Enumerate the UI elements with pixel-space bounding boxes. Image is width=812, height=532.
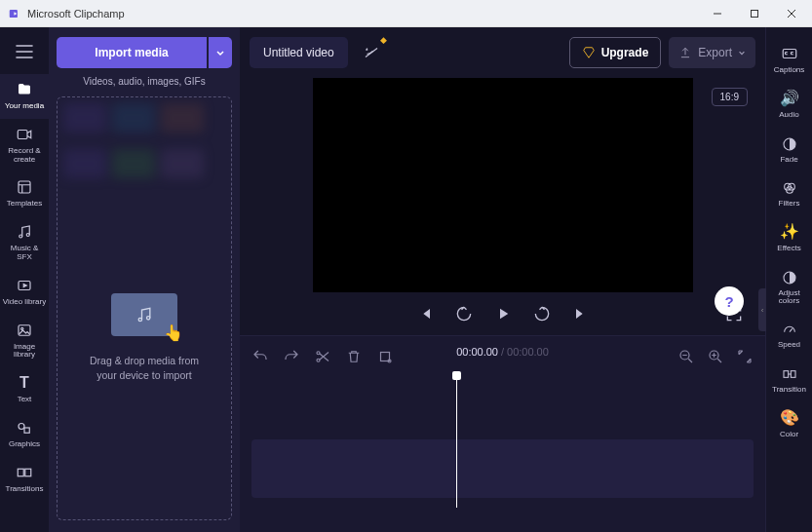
chevron-down-icon: [215, 48, 225, 57]
export-button[interactable]: Export: [669, 37, 755, 68]
redo-button[interactable]: [283, 348, 300, 365]
nav-label: Image library: [2, 343, 47, 361]
rnav-label: Captions: [774, 66, 805, 74]
svg-rect-10: [24, 428, 29, 433]
menu-button[interactable]: [8, 35, 41, 68]
timeline-ruler[interactable]: [251, 373, 754, 391]
export-label: Export: [698, 46, 732, 59]
nav-graphics[interactable]: Graphics: [0, 412, 49, 457]
svg-rect-2: [18, 130, 27, 138]
music-icon: [135, 305, 154, 324]
dropzone-preview-blur: [58, 97, 231, 195]
undo-button[interactable]: [251, 348, 269, 365]
upgrade-button[interactable]: Upgrade: [569, 37, 662, 68]
rnav-audio[interactable]: 🔊 Audio: [766, 83, 813, 128]
window-maximize-button[interactable]: [736, 1, 773, 26]
playhead[interactable]: [456, 375, 457, 508]
dropzone-text: Drag & drop media from your device to im…: [76, 354, 213, 381]
palette-icon: 🎨: [780, 410, 799, 427]
nav-music-sfx[interactable]: Music & SFX: [0, 216, 49, 270]
upload-icon: [678, 46, 692, 59]
import-media-button[interactable]: Import media: [57, 37, 207, 68]
skip-end-button[interactable]: [571, 304, 591, 323]
collapse-right-panel-button[interactable]: ‹: [758, 288, 766, 331]
gauge-icon: [782, 322, 797, 337]
project-title-input[interactable]: Untitled video: [250, 37, 348, 68]
nav-label: Music & SFX: [2, 245, 47, 262]
video-canvas[interactable]: [313, 78, 693, 292]
skip-start-button[interactable]: [415, 304, 435, 323]
nav-label: Video library: [3, 298, 46, 307]
step-back-button[interactable]: [454, 304, 474, 323]
nav-transitions[interactable]: Transitions: [0, 457, 49, 502]
window-close-button[interactable]: [773, 1, 810, 26]
nav-record-create[interactable]: Record & create: [0, 119, 49, 172]
window-titlebar: Microsoft Clipchamp: [0, 0, 812, 27]
rnav-fade[interactable]: Fade: [766, 129, 813, 172]
captions-icon: [781, 45, 798, 62]
svg-rect-3: [19, 181, 30, 193]
svg-point-13: [138, 319, 141, 322]
chevron-down-icon: [738, 49, 746, 57]
dropzone-thumb: 👆: [111, 293, 177, 336]
timeline-timecode: 00:00.00/00:00.00: [456, 346, 549, 358]
play-button[interactable]: [493, 304, 513, 323]
step-forward-button[interactable]: [532, 304, 552, 323]
delete-button[interactable]: [345, 348, 363, 365]
rnav-label: Effects: [777, 245, 800, 252]
nav-video-library[interactable]: Video library: [0, 270, 49, 315]
main-area: Untitled video ◆ Upgrade Export 16:9: [240, 27, 765, 532]
rnav-label: Filters: [779, 200, 800, 208]
nav-templates[interactable]: Templates: [0, 171, 49, 216]
nav-your-media[interactable]: Your media: [0, 74, 49, 119]
right-sidebar: Captions 🔊 Audio Fade Filters ✨ Effects …: [765, 27, 812, 532]
svg-point-5: [26, 234, 29, 237]
magic-enhance-button[interactable]: ◆: [356, 37, 387, 68]
topbar: Untitled video ◆ Upgrade Export: [240, 27, 765, 78]
rnav-label: Color: [780, 431, 798, 438]
diamond-icon: [582, 46, 596, 59]
preview-area: 16:9 ?: [240, 78, 765, 335]
import-media-dropdown[interactable]: [209, 37, 232, 68]
rnav-label: Adjust colors: [768, 289, 811, 306]
svg-rect-11: [18, 469, 23, 476]
rnav-color[interactable]: 🎨 Color: [766, 402, 813, 447]
rnav-effects[interactable]: ✨ Effects: [766, 216, 813, 261]
window-minimize-button[interactable]: [699, 1, 736, 26]
nav-text[interactable]: T Text: [0, 367, 49, 412]
aspect-ratio-button[interactable]: 16:9: [712, 88, 748, 106]
svg-point-14: [147, 317, 150, 320]
timeline-track[interactable]: [251, 439, 754, 498]
filters-icon: [782, 180, 797, 196]
nav-label: Your media: [5, 102, 44, 111]
fit-timeline-button[interactable]: [736, 348, 754, 365]
app-icon: [8, 7, 21, 20]
help-button[interactable]: ?: [715, 286, 744, 316]
contrast-icon: [782, 270, 797, 285]
zoom-in-button[interactable]: [707, 348, 724, 365]
rnav-adjust-colors[interactable]: Adjust colors: [766, 262, 813, 315]
transition-icon: [782, 366, 797, 382]
svg-rect-1: [752, 10, 758, 17]
zoom-out-button[interactable]: [677, 348, 695, 365]
playback-controls: [240, 292, 765, 335]
svg-point-4: [19, 235, 22, 238]
upgrade-label: Upgrade: [601, 46, 649, 59]
rnav-transition[interactable]: Transition: [766, 359, 813, 402]
media-panel: Import media Videos, audio, images, GIFs…: [49, 27, 240, 532]
rnav-label: Fade: [780, 156, 797, 164]
wand-icon: [363, 44, 380, 61]
window-title: Microsoft Clipchamp: [27, 8, 125, 19]
left-sidebar: Your media Record & create Templates Mus…: [0, 27, 49, 532]
fade-icon: [782, 136, 797, 152]
rnav-filters[interactable]: Filters: [766, 172, 813, 216]
media-dropzone[interactable]: 👆 Drag & drop media from your device to …: [57, 96, 232, 520]
rnav-captions[interactable]: Captions: [766, 37, 813, 83]
svg-point-15: [317, 352, 320, 355]
crop-button[interactable]: [376, 348, 394, 365]
split-button[interactable]: [314, 348, 331, 365]
sparkles-icon: ✨: [780, 224, 799, 241]
rnav-speed[interactable]: Speed: [766, 314, 813, 358]
nav-label: Transitions: [6, 485, 44, 494]
nav-image-library[interactable]: Image library: [0, 315, 49, 368]
